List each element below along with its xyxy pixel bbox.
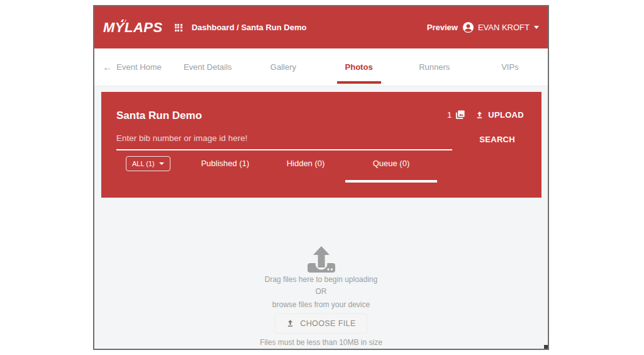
- app-header: MYLAPS Dashboard / Santa Run Demo Previe…: [94, 6, 548, 48]
- photo-library-icon: [455, 110, 465, 120]
- photo-count-value: 1: [447, 110, 452, 120]
- upload-label: UPLOAD: [488, 110, 524, 120]
- mylaps-logo[interactable]: MYLAPS: [103, 20, 163, 36]
- filter-tab-queue[interactable]: Queue (0): [373, 159, 410, 168]
- search-button[interactable]: SEARCH: [479, 135, 526, 150]
- file-size-note: Files must be less than 10MB in size: [260, 338, 382, 347]
- user-menu[interactable]: EVAN KROFT: [462, 21, 539, 33]
- tab-label: Event Home: [116, 62, 162, 72]
- upload-dropzone[interactable]: Drag files here to begin uploading OR br…: [94, 244, 548, 347]
- tab-label: VIPs: [501, 62, 518, 72]
- filter-all-dropdown[interactable]: ALL (1): [126, 156, 170, 171]
- filter-all-label: ALL (1): [132, 160, 155, 167]
- header-right-group: Preview EVAN KROFT: [427, 21, 539, 33]
- filter-tab-hidden[interactable]: Hidden (0): [287, 159, 325, 168]
- tab-label: Event Details: [184, 62, 232, 72]
- filter-tab-published[interactable]: Published (1): [201, 159, 250, 168]
- logo-text: MYLAPS: [103, 20, 163, 35]
- tab-gallery[interactable]: Gallery: [245, 48, 321, 86]
- apps-grid-icon[interactable]: [175, 24, 182, 31]
- caret-down-icon: [159, 162, 164, 165]
- account-circle-icon: [462, 21, 474, 33]
- tab-label: Photos: [345, 62, 373, 72]
- tab-label: Gallery: [270, 62, 296, 72]
- choose-file-label: CHOOSE FILE: [300, 319, 355, 328]
- dropzone-instruction: Drag files here to begin uploading: [265, 274, 377, 285]
- tab-event-details[interactable]: Event Details: [170, 48, 245, 86]
- search-input[interactable]: [116, 128, 452, 150]
- panel-actions: 1 UPLOAD: [447, 110, 524, 120]
- user-name: EVAN KROFT: [478, 23, 530, 32]
- window-resize-grip[interactable]: [544, 345, 548, 349]
- dropzone-or: OR: [316, 286, 327, 296]
- tab-label: Runners: [419, 62, 450, 72]
- logo-y-accent: [119, 20, 126, 22]
- event-tabbar: ← Event Home Event Details Gallery Photo…: [94, 48, 548, 86]
- upload-button[interactable]: UPLOAD: [475, 110, 524, 120]
- tab-vips[interactable]: VIPs: [472, 48, 548, 86]
- upload-icon: [475, 111, 484, 120]
- upload-icon: [286, 319, 294, 328]
- breadcrumb[interactable]: Dashboard / Santa Run Demo: [192, 23, 307, 32]
- app-window: MYLAPS Dashboard / Santa Run Demo Previe…: [93, 5, 549, 350]
- search-row: SEARCH: [116, 128, 526, 150]
- preview-button[interactable]: Preview: [427, 23, 458, 32]
- caret-down-icon: [534, 26, 539, 29]
- tab-runners[interactable]: Runners: [397, 48, 472, 86]
- photo-count: 1: [447, 110, 465, 120]
- photos-panel: Santa Run Demo 1 UPLOAD SEARCH: [101, 92, 541, 198]
- tab-event-home[interactable]: ← Event Home: [94, 48, 170, 86]
- back-arrow-icon: ←: [103, 62, 112, 72]
- dropzone-browse-text: browse files from your device: [272, 300, 370, 310]
- active-filter-underline: [345, 180, 437, 183]
- choose-file-button[interactable]: CHOOSE FILE: [275, 313, 367, 334]
- tab-photos[interactable]: Photos: [321, 48, 397, 86]
- drive-upload-icon: [304, 244, 339, 274]
- event-title: Santa Run Demo: [116, 110, 202, 122]
